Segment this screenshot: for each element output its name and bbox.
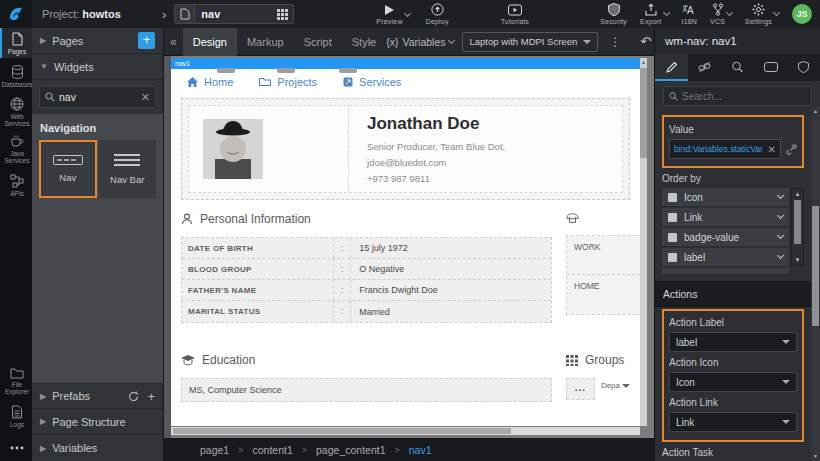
scroll-up-arrow[interactable]: ▲ — [792, 189, 803, 199]
action-icon-select[interactable]: Icon — [669, 372, 797, 392]
action-link-select[interactable]: Link — [669, 412, 797, 432]
checkbox[interactable] — [668, 213, 677, 222]
breadcrumb-item[interactable]: page_content1 — [316, 444, 385, 456]
order-by-scrollbar[interactable]: ▲ ▼ — [791, 188, 804, 266]
education-section[interactable]: Education MS, Computer Science — [181, 353, 552, 402]
security-button[interactable]: Security — [600, 3, 627, 25]
tab-properties[interactable] — [655, 54, 688, 81]
scroll-up-arrow[interactable]: ▲ — [811, 107, 820, 116]
groups-dots-box[interactable]: ... — [566, 378, 595, 400]
scroll-up-arrow[interactable]: ▲ — [640, 58, 647, 66]
contact-row-work[interactable]: WORK — [567, 236, 640, 275]
education-row[interactable]: MS, Computer Science — [181, 378, 552, 402]
widget-search-input[interactable] — [59, 91, 137, 103]
value-binding-input[interactable] — [670, 144, 764, 154]
nav-item-services[interactable]: Services — [343, 76, 401, 88]
chevron-down-icon[interactable] — [777, 232, 784, 239]
variables-accordion-header[interactable]: ▶ Variables — [32, 435, 163, 461]
tutorials-button[interactable]: Tutorials — [501, 4, 529, 25]
deploy-button[interactable]: Deploy — [426, 3, 449, 25]
table-row[interactable]: MARITAL STATUS : Married — [182, 301, 551, 322]
table-row[interactable]: FATHER'S NAME : Francis Dwight Doe — [182, 280, 551, 301]
variables-menu[interactable]: {x} Variables — [386, 36, 462, 48]
wavemaker-logo[interactable] — [0, 0, 32, 28]
breadcrumb-item[interactable]: content1 — [252, 444, 292, 456]
order-by-item-label[interactable]: label — [662, 248, 789, 266]
settings-button[interactable]: Settings — [745, 3, 772, 25]
drag-handle[interactable] — [339, 68, 357, 73]
table-row[interactable]: BLOOD GROUP : O Negative — [182, 259, 551, 280]
tab-devices[interactable] — [754, 54, 787, 81]
properties-search-input[interactable] — [682, 91, 806, 102]
export-chevron-icon[interactable] — [662, 9, 669, 16]
checkbox[interactable] — [668, 193, 677, 202]
order-by-item-link[interactable]: Link — [662, 208, 789, 226]
tab-events[interactable] — [721, 54, 754, 81]
add-prefab-button[interactable]: + — [147, 391, 155, 402]
contact-row-home[interactable]: HOME — [567, 275, 640, 314]
personal-info-section[interactable]: Personal Information DATE OF BIRTH : 15 … — [181, 212, 552, 323]
sidebar-item-logs[interactable]: Logs — [0, 398, 32, 433]
tab-style[interactable]: Style — [342, 28, 386, 56]
vcs-chevron-icon[interactable] — [726, 9, 733, 16]
order-by-item-clipped[interactable] — [662, 268, 789, 274]
add-page-button[interactable]: + — [138, 32, 155, 49]
collapse-left-panel-button[interactable]: « — [164, 35, 183, 49]
user-avatar[interactable]: JS — [792, 4, 812, 24]
scroll-thumb[interactable] — [794, 200, 801, 244]
drag-handle[interactable] — [277, 68, 295, 73]
sidebar-item-pages[interactable]: Pages — [0, 28, 32, 58]
canvas-horizontal-scrollbar[interactable] — [171, 427, 640, 435]
scroll-down-arrow[interactable]: ▼ — [811, 452, 820, 461]
chevron-down-icon[interactable] — [777, 252, 784, 259]
chevron-down-icon[interactable] — [777, 212, 784, 219]
prefabs-accordion-header[interactable]: ▶ Prefabs + — [32, 383, 163, 409]
page-structure-accordion-header[interactable]: ▶ Page Structure — [32, 409, 163, 435]
contact-section[interactable]: WORK HOME — [566, 212, 630, 323]
scroll-down-arrow[interactable]: ▼ — [792, 255, 803, 265]
order-by-item-icon[interactable]: Icon — [662, 188, 789, 206]
actions-section-header[interactable]: Actions — [655, 281, 820, 307]
properties-scrollbar[interactable]: ▲ ▼ — [811, 107, 820, 461]
vertical-scroll-thumb[interactable] — [640, 68, 647, 158]
groups-dropdown[interactable]: Depa — [601, 381, 630, 390]
table-row[interactable]: DATE OF BIRTH : 15 july 1972 — [182, 238, 551, 259]
groups-section[interactable]: Groups ... Depa — [566, 353, 630, 402]
settings-chevron-icon[interactable] — [773, 9, 780, 16]
widget-tile-nav[interactable]: Nav — [39, 140, 97, 198]
breadcrumb-item[interactable]: page1 — [200, 444, 229, 456]
pages-grid-icon[interactable] — [271, 9, 293, 20]
horizontal-scroll-thumb[interactable] — [173, 428, 511, 434]
rail-more-button[interactable] — [0, 433, 32, 461]
drag-handle[interactable] — [217, 68, 235, 73]
device-selector[interactable]: Laptop with MDPI Screen — [462, 32, 598, 52]
nav-item-home[interactable]: Home — [187, 76, 233, 88]
bind-link-icon[interactable] — [786, 144, 797, 155]
i18n-button[interactable]: A I18N — [682, 4, 698, 25]
page-preview[interactable]: nav1 Home Projects — [171, 58, 640, 426]
sidebar-item-databases[interactable]: Databases — [0, 58, 32, 93]
tab-security[interactable] — [787, 54, 820, 81]
undo-button[interactable]: ↶ — [636, 34, 655, 49]
widgets-accordion-header[interactable]: ▼ Widgets — [32, 54, 163, 80]
checkbox[interactable] — [668, 253, 677, 262]
sidebar-item-web-services[interactable]: Web Services — [0, 93, 32, 130]
checkbox[interactable] — [668, 233, 677, 242]
tab-styles[interactable] — [688, 54, 721, 81]
action-label-select[interactable]: label — [669, 332, 797, 352]
refresh-icon[interactable] — [128, 391, 139, 402]
scroll-thumb[interactable] — [812, 206, 819, 326]
tab-script[interactable]: Script — [294, 28, 342, 56]
canvas-vertical-scrollbar[interactable]: ▲ — [640, 58, 647, 426]
more-options-kebab-icon[interactable]: ⋮ — [604, 35, 626, 49]
sidebar-item-apis[interactable]: APIs — [0, 167, 32, 202]
sidebar-item-java-services[interactable]: Java Services — [0, 130, 32, 167]
tab-design[interactable]: Design — [183, 28, 237, 56]
order-by-item-badge-value[interactable]: badge-value — [662, 228, 789, 246]
tab-markup[interactable]: Markup — [237, 28, 294, 56]
profile-panel[interactable]: Jonathan Doe Senior Producer, Team Blue … — [181, 98, 630, 200]
breadcrumb-item-current[interactable]: nav1 — [409, 444, 432, 456]
nav-item-projects[interactable]: Projects — [259, 76, 317, 88]
pages-accordion-header[interactable]: ▶ Pages + — [32, 28, 163, 54]
preview-button[interactable]: Preview — [376, 4, 402, 25]
